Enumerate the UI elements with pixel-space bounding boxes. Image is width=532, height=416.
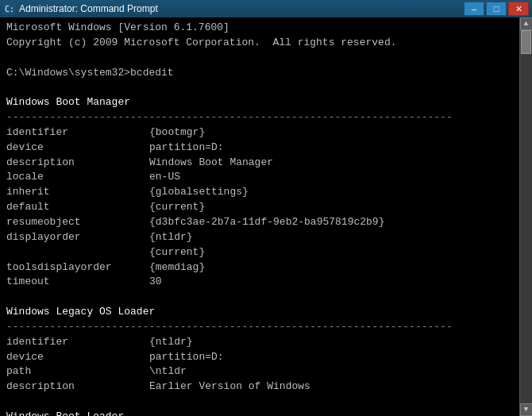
console-area: Microsoft Windows [Version 6.1.7600]Copy… xyxy=(0,17,532,416)
console-line: toolsdisplayorder{memdiag} xyxy=(6,260,513,275)
scroll-down-arrow[interactable]: ▼ xyxy=(520,403,533,416)
console-line: Windows Boot Loader xyxy=(6,410,513,416)
console-line: resumeobject{d3bfc3ae-2b7a-11df-9eb2-ba9… xyxy=(6,215,513,230)
console-line: {current} xyxy=(6,245,513,260)
cmd-icon: C: xyxy=(3,2,16,15)
scroll-thumb[interactable] xyxy=(521,30,531,54)
console-line: Windows Legacy OS Loader xyxy=(6,305,513,320)
window: C: Administrator: Command Prompt – □ ✕ M… xyxy=(0,0,532,416)
console-line: descriptionEarlier Version of Windows xyxy=(6,379,513,395)
title-bar: C: Administrator: Command Prompt – □ ✕ xyxy=(0,0,532,17)
scroll-track[interactable] xyxy=(520,30,532,403)
svg-text:C:: C: xyxy=(5,5,14,13)
console-line xyxy=(6,290,513,305)
close-button[interactable]: ✕ xyxy=(508,2,529,16)
title-bar-buttons: – □ ✕ xyxy=(464,2,529,16)
console-line xyxy=(6,395,513,410)
console-line: ----------------------------------------… xyxy=(6,320,513,335)
console-line: identifier{bootmgr} xyxy=(6,125,513,141)
console-line: inherit{globalsettings} xyxy=(6,185,513,200)
console-line: devicepartition=D: xyxy=(6,350,513,365)
console-line: Copyright (c) 2009 Microsoft Corporation… xyxy=(6,36,513,51)
console-line xyxy=(6,51,513,66)
console-line: ----------------------------------------… xyxy=(6,110,513,125)
console-line: timeout30 xyxy=(6,275,513,290)
console-line xyxy=(6,80,513,95)
console-line: devicepartition=D: xyxy=(6,141,513,156)
title-bar-title: Administrator: Command Prompt xyxy=(19,3,158,14)
console-line: displayorder{ntldr} xyxy=(6,230,513,245)
console-line: descriptionWindows Boot Manager xyxy=(6,156,513,171)
maximize-button[interactable]: □ xyxy=(486,2,507,16)
console-line: localeen-US xyxy=(6,170,513,185)
console-output[interactable]: Microsoft Windows [Version 6.1.7600]Copy… xyxy=(0,17,519,416)
console-line: path\ntldr xyxy=(6,364,513,379)
console-line: default{current} xyxy=(6,200,513,215)
console-line: identifier{ntldr} xyxy=(6,335,513,350)
console-line: C:\Windows\system32>bcdedit xyxy=(6,66,513,81)
console-line: Windows Boot Manager xyxy=(6,95,513,110)
console-line: Microsoft Windows [Version 6.1.7600] xyxy=(6,21,513,36)
minimize-button[interactable]: – xyxy=(464,2,484,16)
title-bar-left: C: Administrator: Command Prompt xyxy=(3,2,158,15)
scroll-up-arrow[interactable]: ▲ xyxy=(520,17,533,30)
scrollbar[interactable]: ▲ ▼ xyxy=(519,17,532,416)
